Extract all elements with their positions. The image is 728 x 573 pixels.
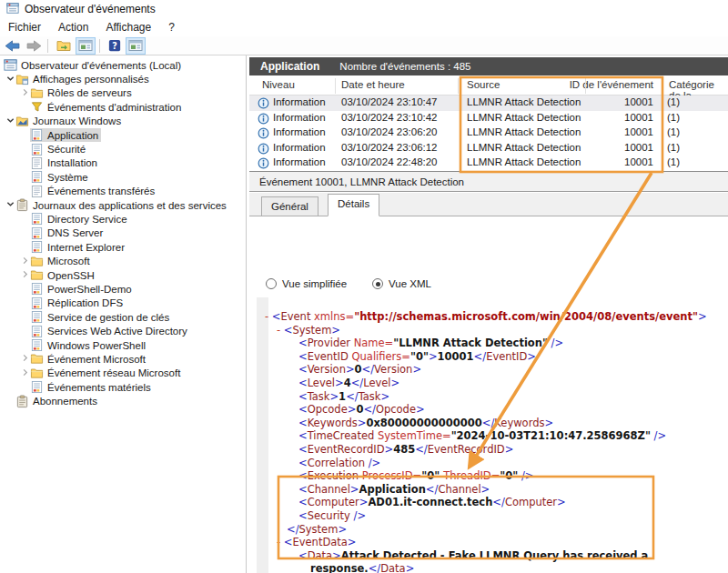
radio-vue-simplifiee[interactable]: Vue simplifiée [266, 278, 347, 289]
information-icon [258, 157, 269, 171]
chevron-right-icon[interactable] [20, 256, 30, 266]
console-window-icon[interactable] [76, 37, 96, 55]
tree-item-evenements-materiels[interactable]: Événements matériels [0, 380, 246, 394]
tab-details[interactable]: Détails [328, 194, 379, 216]
tree-item-service-de-gestion-de-cles[interactable]: Service de gestion de clés [0, 310, 246, 324]
event-row[interactable]: Information03/10/2024 23:10:47LLMNR Atta… [249, 96, 728, 111]
tree-item-evenements-transferes[interactable]: Événements transférés [0, 185, 246, 198]
detail-body: Vue simplifiéeVue XML - <Event xmlns="ht… [249, 217, 728, 573]
forward-icon[interactable] [25, 37, 44, 55]
help-icon[interactable]: ? [106, 37, 123, 55]
tree-item-abonnements[interactable]: Abonnements [0, 394, 246, 407]
tree-item-evenement-microsoft[interactable]: Événement Microsoft [0, 352, 246, 366]
event-detail-title: Événement 10001, LLMNR Attack Detection [259, 176, 464, 187]
cell-level: Information [273, 156, 326, 167]
column-separator[interactable] [458, 78, 459, 94]
event-row[interactable]: Information03/10/2024 23:06:12LLMNR Atta… [249, 141, 728, 156]
column-separator[interactable] [662, 78, 663, 94]
radio-vue-xml[interactable]: Vue XML [372, 278, 431, 289]
tree-item-label: DNS Server [45, 227, 103, 238]
tree-item-dns-server[interactable]: DNS Server [0, 226, 246, 240]
tree-item-replication-dfs[interactable]: Réplication DFS [0, 297, 246, 310]
log-event-icon [30, 143, 45, 156]
cell-event-id: 10001 [585, 126, 653, 137]
column-header-niveau[interactable]: Niveau [262, 79, 295, 90]
column-header-id-de-l-evenement[interactable]: ID de l'événement [570, 79, 653, 90]
tree-item-evenement-reseau-microsoft[interactable]: Événement réseau Microsoft [0, 367, 246, 380]
xml-line: response.</Data> [258, 562, 726, 573]
window-titlebar: Observateur d'événements [0, 0, 728, 18]
menu-[interactable]: ? [160, 19, 184, 35]
tree-item-label: Événements matériels [45, 382, 151, 393]
tree-item-directory-service[interactable]: Directory Service [0, 212, 246, 226]
log-event-icon [30, 282, 45, 296]
column-headers: NiveauDate et heureSourceID de l'événeme… [249, 76, 728, 96]
tree-item-observateur-d-evenements-local[interactable]: Observateur d'événements (Local) [0, 58, 246, 72]
cell-datetime: 03/10/2024 23:10:42 [341, 112, 438, 123]
menu-fichier[interactable]: Fichier [0, 19, 50, 35]
menu-bar: FichierActionAffichage? [0, 18, 728, 36]
tree-item-journaux-des-applications-et-des-services[interactable]: Journaux des applications et des service… [0, 198, 246, 212]
tree-item-systeme[interactable]: Système [0, 170, 246, 184]
chevron-right-icon[interactable] [20, 368, 30, 378]
information-icon [258, 143, 269, 156]
cell-datetime: 03/10/2024 23:10:47 [341, 96, 438, 107]
log-event-icon [30, 212, 45, 226]
tree-item-label: Journaux Windows [30, 116, 121, 126]
tree-item-microsoft[interactable]: Microsoft [0, 254, 246, 267]
radio-circle[interactable] [372, 278, 383, 289]
tree-item-label: Observateur d'événements (Local) [18, 60, 181, 71]
tree-item-application[interactable]: Application [0, 128, 246, 142]
tree-item-powershell-demo[interactable]: PowerShell-Demo [0, 282, 246, 296]
event-row[interactable]: Information03/10/2024 23:06:20LLMNR Atta… [249, 126, 728, 141]
cell-level: Information [273, 126, 326, 137]
log-event-icon [30, 297, 45, 310]
tree-item-journaux-windows[interactable]: Journaux Windows [0, 115, 246, 128]
chevron-right-icon[interactable] [20, 354, 30, 364]
cell-datetime: 03/10/2024 22:48:20 [341, 156, 438, 167]
menu-affichage[interactable]: Affichage [97, 19, 160, 35]
tree-item-affichages-personnalises[interactable]: Affichages personnalisés [0, 72, 246, 85]
chevron-down-icon[interactable] [5, 75, 15, 85]
tree-item-securite[interactable]: Sécurité [0, 142, 246, 156]
cell-category: (1) [667, 142, 680, 153]
xml-line: <Security /> [258, 509, 726, 523]
chevron-right-icon[interactable] [20, 270, 30, 280]
chevron-down-icon[interactable] [5, 116, 15, 126]
folder-log-icon [15, 115, 30, 128]
event-row[interactable]: Information03/10/2024 23:10:42LLMNR Atta… [249, 111, 728, 126]
event-row[interactable]: Information03/10/2024 22:48:20LLMNR Atta… [249, 156, 728, 171]
menu-action[interactable]: Action [50, 19, 97, 35]
chevron-right-icon[interactable] [20, 88, 30, 98]
export-folder-icon[interactable] [55, 37, 73, 55]
column-separator[interactable] [585, 78, 586, 94]
xml-line: - <Event xmlns="http://schemas.microsoft… [258, 310, 726, 324]
xml-line: <Opcode>0</Opcode> [258, 403, 726, 417]
xml-line: - <System> [258, 324, 726, 337]
column-header-date-et-heure[interactable]: Date et heure [341, 79, 405, 90]
column-header-source[interactable]: Source [467, 79, 500, 90]
column-separator[interactable] [335, 78, 336, 94]
tree-item-windows-powershell[interactable]: Windows PowerShell [0, 338, 246, 352]
tree-item-internet-explorer[interactable]: Internet Explorer [0, 240, 246, 254]
chevron-down-icon[interactable] [5, 200, 15, 210]
tree-item-services-web-active-directory[interactable]: Services Web Active Directory [0, 324, 246, 337]
tree-item-openssh[interactable]: OpenSSH [0, 268, 246, 282]
console-window-2-icon[interactable] [126, 37, 146, 55]
event-count: Nombre d'événements : 485 [339, 61, 470, 72]
tree-item-label: Service de gestion de clés [45, 312, 169, 323]
event-viewer-app-icon [6, 2, 19, 18]
log-event-icon [30, 240, 45, 254]
tree-item-label: Affichages personnalisés [30, 74, 149, 85]
xml-line: <Level>4</Level> [258, 377, 726, 390]
xml-line: <EventID Qualifiers="0">10001</EventID> [258, 350, 726, 364]
tree-item-roles-de-serveurs[interactable]: Rôles de serveurs [0, 86, 246, 100]
radio-circle[interactable] [266, 278, 277, 289]
tree-item-evenements-d-administration[interactable]: Événements d'administration [0, 100, 246, 114]
tree-item-label: Événements transférés [45, 186, 155, 196]
tree-item-installation[interactable]: Installation [0, 156, 246, 170]
log-event-icon [30, 170, 45, 184]
back-icon[interactable] [3, 37, 22, 55]
right-panes: Application Nombre d'événements : 485 Ni… [249, 56, 728, 573]
tab-general[interactable]: Général [261, 196, 318, 216]
